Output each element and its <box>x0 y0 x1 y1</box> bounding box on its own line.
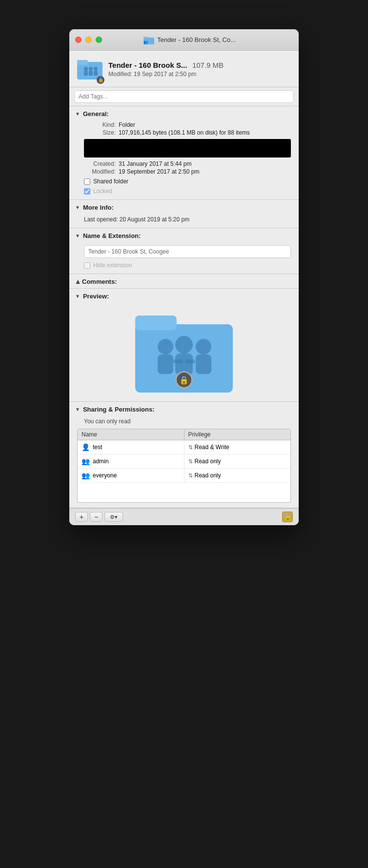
titlebar-folder-icon: 👥 <box>143 36 154 44</box>
hide-ext-row: Hide extension <box>84 262 291 269</box>
black-bar <box>84 139 291 158</box>
more-info-header[interactable]: ▼ More Info: <box>69 200 299 214</box>
preview-content: 🔒 <box>69 303 299 401</box>
bottom-toolbar: + − ⚙▾ 🔒 <box>69 508 299 525</box>
svg-rect-8 <box>89 71 93 76</box>
svg-rect-19 <box>173 359 183 363</box>
svg-rect-14 <box>158 355 173 374</box>
file-icon: 🔒 <box>77 57 102 82</box>
perm-col-privilege: Privilege <box>184 429 291 440</box>
perm-priv-admin[interactable]: ⇅ Read only <box>184 455 291 468</box>
group-icon: 👥 <box>82 472 90 479</box>
more-info-section: ▼ More Info: Last opened: 20 August 2019… <box>69 200 299 228</box>
general-triangle: ▼ <box>75 111 80 117</box>
created-row: Created: 31 January 2017 at 5:44 pm <box>84 160 291 167</box>
comments-header[interactable]: ▶ Comments: <box>69 274 299 288</box>
locked-row: Locked <box>84 188 291 195</box>
perm-col-name: Name <box>78 429 184 440</box>
perm-name-admin: 👥 admin <box>78 454 184 468</box>
preview-folder-icon: 🔒 <box>135 311 233 394</box>
info-window: 👥 Tender - 160 Brook St, Co... 🔒 <box>69 29 299 525</box>
preview-label: Preview: <box>83 293 109 300</box>
svg-rect-1 <box>143 37 148 39</box>
perm-priv-everyone[interactable]: ⇅ Read only <box>184 469 291 482</box>
name-ext-content: Hide extension <box>69 242 299 274</box>
sharing-note: You can only read <box>77 418 291 425</box>
sharing-content: You can only read Name Privilege 👤 test … <box>69 416 299 508</box>
perm-row-admin: 👥 admin ⇅ Read only <box>78 454 290 469</box>
more-info-content: Last opened: 20 August 2019 at 5:20 pm <box>69 214 299 228</box>
general-label: General: <box>83 110 109 118</box>
tags-section <box>69 87 299 106</box>
preview-triangle: ▼ <box>75 294 80 299</box>
titlebar: 👥 Tender - 160 Brook St, Co... <box>69 29 299 51</box>
svg-rect-4 <box>77 60 88 65</box>
titlebar-title: 👥 Tender - 160 Brook St, Co... <box>86 36 293 44</box>
sharing-label: Sharing & Permissions: <box>83 406 155 413</box>
tags-input[interactable] <box>74 90 294 103</box>
perm-name-everyone: 👥 everyone <box>78 469 184 482</box>
name-ext-header[interactable]: ▼ Name & Extension: <box>69 228 299 242</box>
perm-empty-row <box>78 483 290 502</box>
svg-point-15 <box>175 336 193 354</box>
svg-point-17 <box>196 339 211 355</box>
name-ext-section: ▼ Name & Extension: Hide extension <box>69 228 299 274</box>
file-header: 🔒 Tender - 160 Brook S... 107.9 MB Modif… <box>69 51 299 87</box>
sharing-header[interactable]: ▼ Sharing & Permissions: <box>69 402 299 416</box>
preview-section: ▼ Preview: <box>69 289 299 402</box>
perm-name-test: 👤 test <box>78 440 184 454</box>
toolbar-left: + − ⚙▾ <box>75 512 123 522</box>
more-info-label: More Info: <box>83 204 114 211</box>
hide-ext-checkbox[interactable] <box>84 262 90 269</box>
lock-badge: 🔒 <box>97 76 104 84</box>
perm-row-everyone: 👥 everyone ⇅ Read only <box>78 469 290 483</box>
gear-button[interactable]: ⚙▾ <box>104 512 123 522</box>
close-button[interactable] <box>75 37 82 43</box>
preview-lock-icon: 🔒 <box>175 371 193 389</box>
svg-rect-20 <box>185 359 195 363</box>
permissions-table: Name Privilege 👤 test ⇅ Read & Write <box>77 429 291 503</box>
general-header[interactable]: ▼ General: <box>69 106 299 120</box>
single-user-icon: 👤 <box>82 443 90 451</box>
remove-permission-button[interactable]: − <box>90 512 102 522</box>
file-header-modified: Modified: 19 Sep 2017 at 2:50 pm <box>108 71 291 78</box>
comments-triangle: ▶ <box>75 280 80 284</box>
perm-row-test: 👤 test ⇅ Read & Write <box>78 440 290 454</box>
perm-table-header: Name Privilege <box>78 429 290 440</box>
svg-rect-18 <box>196 355 211 374</box>
shared-folder-checkbox[interactable] <box>84 178 90 185</box>
svg-point-7 <box>89 67 93 71</box>
more-info-triangle: ▼ <box>75 205 80 210</box>
multi-user-icon: 👥 <box>82 457 90 465</box>
preview-header[interactable]: ▼ Preview: <box>69 289 299 303</box>
svg-point-13 <box>158 339 173 355</box>
add-permission-button[interactable]: + <box>75 512 88 522</box>
svg-rect-10 <box>94 71 98 76</box>
comments-label: Comments: <box>82 278 117 285</box>
svg-text:👥: 👥 <box>143 39 148 44</box>
lock-button[interactable]: 🔒 <box>282 512 293 522</box>
size-row: Size: 107,916,145 bytes (108.1 MB on dis… <box>84 129 291 136</box>
locked-checkbox[interactable] <box>84 188 90 195</box>
svg-rect-6 <box>84 71 88 76</box>
sharing-triangle: ▼ <box>75 407 80 412</box>
sharing-section: ▼ Sharing & Permissions: You can only re… <box>69 402 299 508</box>
file-header-name: Tender - 160 Brook S... 107.9 MB <box>108 61 291 70</box>
general-section: ▼ General: Kind: Folder Size: 107,916,14… <box>69 106 299 200</box>
modified-row: Modified: 19 September 2017 at 2:50 pm <box>84 168 291 175</box>
comments-section: ▶ Comments: <box>69 274 299 289</box>
file-info: Tender - 160 Brook S... 107.9 MB Modifie… <box>108 61 291 78</box>
shared-folder-row: Shared folder <box>84 178 291 185</box>
filename-input[interactable] <box>84 245 291 258</box>
name-ext-triangle: ▼ <box>75 233 80 238</box>
svg-point-9 <box>94 67 98 71</box>
general-content: Kind: Folder Size: 107,916,145 bytes (10… <box>69 120 299 199</box>
kind-row: Kind: Folder <box>84 121 291 128</box>
svg-rect-12 <box>135 316 177 330</box>
name-ext-label: Name & Extension: <box>83 232 141 239</box>
perm-priv-test[interactable]: ⇅ Read & Write <box>184 441 291 454</box>
svg-point-5 <box>84 67 88 71</box>
